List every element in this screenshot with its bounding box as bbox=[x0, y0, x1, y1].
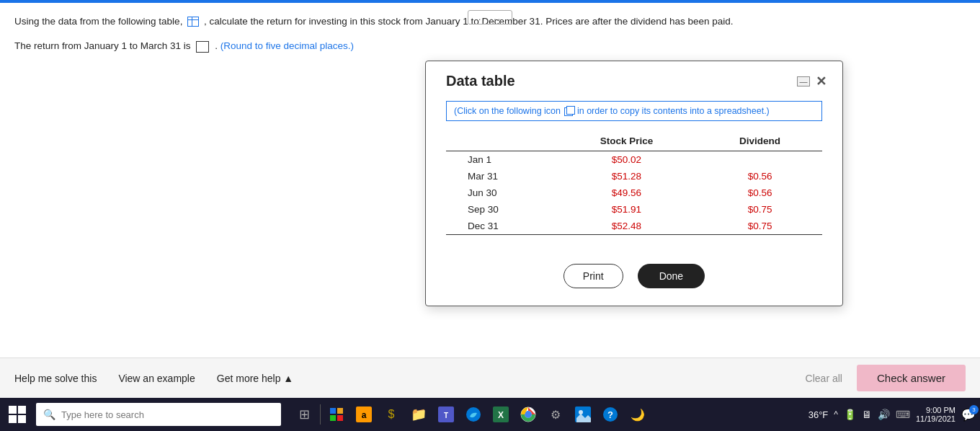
taskbar-clock: 9:00 PM 11/19/2021 bbox=[916, 406, 956, 423]
separator bbox=[320, 404, 321, 425]
cell-date: Sep 30 bbox=[446, 201, 556, 218]
check-answer-button[interactable]: Check answer bbox=[857, 365, 966, 391]
cell-price: $50.02 bbox=[556, 151, 698, 169]
cell-price: $51.28 bbox=[556, 168, 698, 185]
help-button[interactable]: ? bbox=[597, 401, 623, 427]
cell-date: Jun 30 bbox=[446, 185, 556, 201]
cell-date: Mar 31 bbox=[446, 168, 556, 185]
col-header-price: Stock Price bbox=[556, 133, 698, 151]
keyboard-icon: ⌨ bbox=[896, 409, 910, 420]
settings-button[interactable]: ⚙ bbox=[543, 401, 569, 427]
svg-text:X: X bbox=[498, 410, 504, 420]
cell-price: $52.48 bbox=[556, 218, 698, 235]
modal-close-button[interactable]: ✕ bbox=[814, 75, 828, 88]
col-header-date bbox=[446, 133, 556, 151]
modal-header: Data table — ✕ bbox=[426, 61, 842, 95]
excel-icon: X bbox=[493, 406, 509, 422]
windows-logo bbox=[9, 406, 26, 423]
photos-button[interactable] bbox=[570, 401, 596, 427]
edge-button[interactable] bbox=[460, 401, 486, 427]
view-example-button[interactable]: View an example bbox=[118, 373, 195, 384]
data-table: Stock Price Dividend Jan 1 $50.02 Mar 31… bbox=[446, 133, 822, 235]
col-header-dividend: Dividend bbox=[698, 133, 822, 151]
amazon-icon: a bbox=[356, 406, 372, 422]
modal-body: (Click on the following icon in order to… bbox=[426, 95, 842, 249]
more-options-button[interactable]: ...... bbox=[468, 10, 512, 25]
amazon-button[interactable]: a bbox=[351, 401, 377, 427]
task-view-button[interactable]: ⊞ bbox=[291, 401, 317, 427]
excel-button[interactable]: X bbox=[488, 401, 514, 427]
teams-icon: T bbox=[438, 406, 454, 422]
return-line: The return from January 1 to March 31 is… bbox=[14, 40, 966, 52]
windows-store-icon bbox=[329, 407, 344, 422]
teams-button[interactable]: T bbox=[433, 401, 459, 427]
chrome-icon bbox=[520, 406, 536, 422]
done-button[interactable]: Done bbox=[638, 264, 705, 288]
cell-dividend: $0.75 bbox=[698, 201, 822, 218]
battery-icon: 🔋 bbox=[844, 409, 856, 420]
night-mode-button[interactable]: 🌙 bbox=[625, 401, 651, 427]
task-view-icon: ⊞ bbox=[299, 406, 310, 422]
copy-icon bbox=[564, 107, 573, 116]
notification-area[interactable]: 💬 3 bbox=[961, 408, 976, 422]
windows-store-button[interactable] bbox=[324, 401, 349, 427]
modal-controls: — ✕ bbox=[797, 75, 828, 88]
search-icon: 🔍 bbox=[43, 409, 55, 420]
cell-dividend: $0.75 bbox=[698, 218, 822, 235]
get-more-help-button[interactable]: Get more help ▲ bbox=[217, 373, 293, 384]
svg-text:T: T bbox=[444, 412, 448, 419]
currency-button[interactable]: $ bbox=[378, 401, 404, 427]
modal-minimize-button[interactable]: — bbox=[797, 76, 810, 86]
cell-date: Dec 31 bbox=[446, 218, 556, 235]
settings-icon: ⚙ bbox=[551, 408, 561, 422]
print-button[interactable]: Print bbox=[564, 264, 623, 288]
help-solve-button[interactable]: Help me solve this bbox=[14, 373, 97, 384]
table-row: Sep 30 $51.91 $0.75 bbox=[446, 201, 822, 218]
cell-price: $49.56 bbox=[556, 185, 698, 201]
folder-icon: 📁 bbox=[411, 406, 427, 422]
return-input[interactable] bbox=[196, 41, 209, 53]
taskbar-search-box[interactable]: 🔍 bbox=[36, 403, 281, 426]
table-row: Jun 30 $49.56 $0.56 bbox=[446, 185, 822, 201]
system-tray-expand[interactable]: ^ bbox=[834, 409, 838, 419]
cell-price: $51.91 bbox=[556, 201, 698, 218]
cell-date: Jan 1 bbox=[446, 151, 556, 169]
svg-rect-3 bbox=[337, 415, 343, 421]
search-input[interactable] bbox=[61, 409, 274, 420]
svg-rect-0 bbox=[330, 408, 336, 414]
cell-dividend bbox=[698, 151, 822, 169]
copy-note[interactable]: (Click on the following icon in order to… bbox=[446, 101, 822, 121]
notification-badge: 3 bbox=[969, 405, 979, 414]
volume-icon[interactable]: 🔊 bbox=[878, 409, 890, 420]
svg-rect-1 bbox=[337, 408, 343, 414]
table-row: Jan 1 $50.02 bbox=[446, 151, 822, 169]
taskbar-right: 36°F ^ 🔋 🖥 🔊 ⌨ 9:00 PM 11/19/2021 💬 3 bbox=[808, 406, 976, 423]
cell-dividend: $0.56 bbox=[698, 168, 822, 185]
taskbar-icons: ⊞ a $ 📁 bbox=[291, 401, 651, 427]
bottom-toolbar: Help me solve this View an example Get m… bbox=[0, 357, 980, 398]
cell-dividend: $0.56 bbox=[698, 185, 822, 201]
table-row: Mar 31 $51.28 $0.56 bbox=[446, 168, 822, 185]
toolbar-right: Clear all Check answer bbox=[806, 365, 966, 391]
data-table-modal: Data table — ✕ (Click on the following i… bbox=[425, 61, 843, 306]
toolbar-left: Help me solve this View an example Get m… bbox=[14, 373, 293, 384]
file-manager-button[interactable]: 📁 bbox=[406, 401, 432, 427]
moon-icon: 🌙 bbox=[631, 408, 645, 422]
main-content: ...... Using the data from the following… bbox=[0, 3, 980, 342]
currency-icon: $ bbox=[388, 408, 395, 421]
modal-title: Data table bbox=[446, 73, 515, 89]
chrome-button[interactable] bbox=[515, 401, 541, 427]
table-row: Dec 31 $52.48 $0.75 bbox=[446, 218, 822, 235]
svg-rect-2 bbox=[330, 415, 336, 421]
clear-all-button[interactable]: Clear all bbox=[806, 373, 842, 384]
svg-text:?: ? bbox=[607, 409, 613, 420]
modal-footer: Print Done bbox=[426, 249, 842, 306]
screen-icon: 🖥 bbox=[862, 409, 872, 420]
taskbar: 🔍 ⊞ a $ bbox=[0, 398, 980, 431]
start-button[interactable] bbox=[4, 401, 30, 427]
edge-icon bbox=[466, 406, 481, 422]
table-icon[interactable] bbox=[187, 17, 199, 27]
temperature-display: 36°F bbox=[808, 409, 829, 420]
help-icon: ? bbox=[602, 406, 618, 422]
svg-text:a: a bbox=[362, 410, 367, 420]
